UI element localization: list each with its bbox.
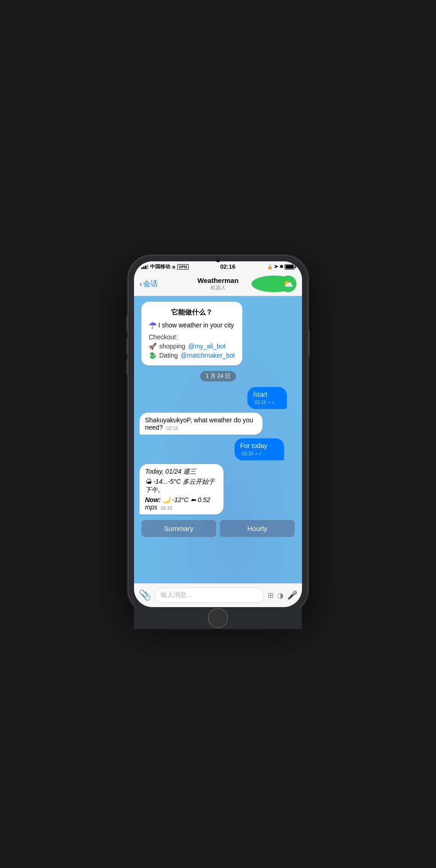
weather-line2: 🌤 -14...-5°C 多云开始于下午。	[145, 478, 218, 494]
status-left: 中国移动 ⌾ VPN	[141, 263, 189, 270]
weather-time: 02:16	[161, 506, 172, 511]
bot-bubble-1: ShakuyakukyoP, what weather do you need?…	[140, 413, 263, 435]
user-text-1: /start	[253, 391, 267, 398]
hourly-button[interactable]: Hourly	[220, 520, 295, 537]
welcome-desc: ☂️ I show weather in your city	[149, 321, 235, 329]
nav-center: Weatherman 机器人	[184, 276, 252, 291]
user-time-1: 02:16 ✓✓	[255, 400, 275, 405]
weather-line3: Now: 🌙 -12°C ⬅ 0.52 mps 02:16	[145, 496, 218, 511]
vpn-badge: VPN	[177, 264, 189, 270]
input-bar: 📎 输入消息... ⊞ ◑ 🎤	[134, 583, 302, 607]
welcome-title: 它能做什么？	[149, 308, 235, 317]
home-area	[134, 607, 302, 629]
shopping-emoji: 🚀	[149, 343, 157, 350]
battery-fill	[285, 265, 294, 269]
check-marks-2: ✓✓	[255, 451, 262, 456]
home-button[interactable]	[208, 608, 228, 628]
dating-line: 🐉 Dating @matchmaker_bot	[149, 352, 235, 359]
chat-area: 它能做什么？ ☂️ I show weather in your city Ch…	[134, 296, 302, 583]
weather-message: Today, 01/24 週三 🌤 -14...-5°C 多云开始于下午。 No…	[140, 464, 296, 514]
user-bubble-wrap-1: /start 02:16 ✓✓	[247, 387, 296, 409]
shopping-line: 🚀 shopping @my_ali_bot	[149, 343, 235, 350]
bluetooth-icon: ✱	[279, 264, 283, 269]
emoji-icon[interactable]: ◑	[277, 591, 284, 600]
bot-text-1: ShakuyakukyoP, what weather do you need?	[145, 416, 253, 431]
nav-bar: ‹ 会话 Weatherman 机器人 ⛅	[134, 272, 302, 296]
signal-bars	[141, 265, 148, 269]
message-input-display[interactable]: 输入消息...	[155, 587, 264, 603]
input-placeholder: 输入消息...	[161, 591, 192, 599]
avatar-circle: ⛅	[280, 276, 296, 292]
camera	[216, 259, 220, 262]
summary-button[interactable]: Summary	[141, 520, 216, 537]
battery-icon	[285, 264, 295, 270]
location-icon: ➤	[274, 264, 278, 270]
quick-replies: Summary Hourly	[140, 520, 296, 537]
avatar-emoji: ⛅	[283, 279, 293, 289]
shopping-link[interactable]: @my_ali_bot	[188, 343, 226, 350]
status-time: 02:16	[220, 263, 235, 270]
lock-icon: 🔒	[267, 264, 273, 269]
bot-avatar-button[interactable]: ⛅	[252, 276, 296, 292]
mic-icon[interactable]: 🎤	[287, 590, 297, 600]
input-icons: ⊞ ◑ 🎤	[268, 590, 297, 600]
date-divider: 1 月 24 日	[140, 371, 296, 381]
carrier-label: 中国移动	[150, 263, 170, 270]
check-marks-1: ✓✓	[268, 400, 275, 405]
bot-message-1: ShakuyakukyoP, what weather do you need?…	[140, 413, 296, 435]
bot-subtitle: 机器人	[184, 284, 252, 291]
back-button[interactable]: ‹ 会话	[140, 279, 184, 289]
user-message-1: /start 02:16 ✓✓	[140, 387, 296, 409]
back-label: 会话	[143, 279, 158, 289]
time-value-1: 02:16	[255, 400, 266, 405]
status-bar: 中国移动 ⌾ VPN 02:16 🔒 ➤ ✱	[134, 261, 302, 272]
dating-link[interactable]: @matchmaker_bot	[180, 352, 235, 359]
dating-text: Dating	[159, 352, 178, 359]
status-right: 🔒 ➤ ✱	[267, 264, 295, 270]
shopping-text: shopping	[159, 343, 185, 350]
chevron-left-icon: ‹	[140, 279, 142, 289]
attachment-icon[interactable]: 📎	[139, 589, 151, 601]
dating-emoji: 🐉	[149, 352, 157, 359]
user-message-2: For today 02:16 ✓✓	[140, 438, 296, 460]
phone-frame: 中国移动 ⌾ VPN 02:16 🔒 ➤ ✱ ‹ 会话 Weatherman	[129, 256, 307, 613]
weather-bubble-wrap: Today, 01/24 週三 🌤 -14...-5°C 多云开始于下午。 No…	[140, 464, 245, 514]
bot-bubble-wrap-1: ShakuyakukyoP, what weather do you need?…	[140, 413, 293, 435]
now-label: Now:	[145, 496, 161, 503]
weather-line1: Today, 01/24 週三	[145, 468, 218, 476]
phone-screen: 中国移动 ⌾ VPN 02:16 🔒 ➤ ✱ ‹ 会话 Weatherman	[134, 261, 302, 607]
checkout-section: Checkout: 🚀 shopping @my_ali_bot 🐉 Datin…	[149, 333, 235, 359]
bot-time-1: 02:16	[167, 426, 178, 431]
user-bubble-1: /start 02:16 ✓✓	[247, 387, 286, 409]
time-value-2: 02:16	[242, 451, 253, 456]
user-bubble-2: For today 02:16 ✓✓	[235, 438, 284, 460]
bot-name: Weatherman	[184, 276, 252, 284]
welcome-bubble: 它能做什么？ ☂️ I show weather in your city Ch…	[141, 302, 242, 365]
user-text-2: For today	[240, 442, 267, 449]
wifi-icon: ⌾	[172, 264, 175, 270]
checkout-label: Checkout:	[149, 333, 178, 341]
user-time-2: 02:16 ✓✓	[242, 451, 262, 456]
sticker-icon[interactable]: ⊞	[268, 591, 274, 600]
date-badge: 1 月 24 日	[200, 371, 236, 381]
user-bubble-wrap-2: For today 02:16 ✓✓	[235, 438, 296, 460]
weather-bubble: Today, 01/24 週三 🌤 -14...-5°C 多云开始于下午。 No…	[140, 464, 224, 514]
